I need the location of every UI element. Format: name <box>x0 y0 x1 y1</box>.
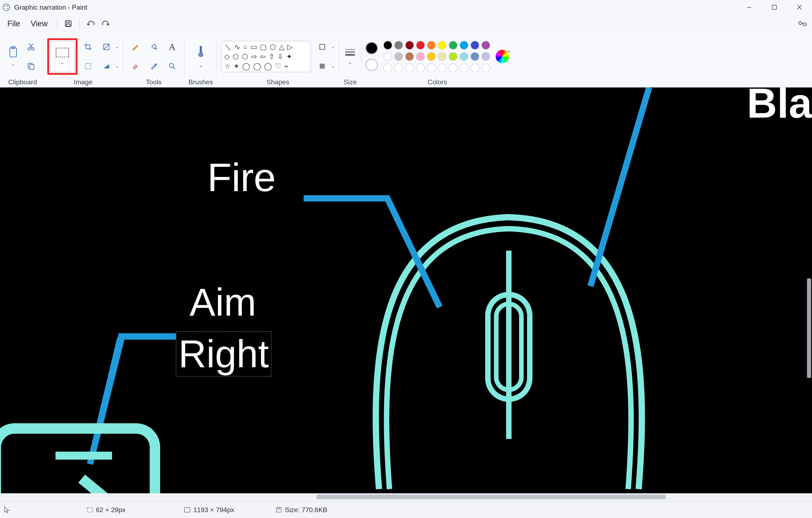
color-swatch[interactable] <box>427 41 436 50</box>
svg-point-13 <box>803 22 807 26</box>
svg-rect-22 <box>30 64 34 69</box>
menu-file[interactable]: File <box>2 19 25 28</box>
color-swatch[interactable] <box>383 63 392 72</box>
menu-view[interactable]: View <box>25 19 53 28</box>
color-swatch[interactable] <box>470 63 479 72</box>
canvas-label-fire: Fire <box>207 154 276 200</box>
save-button[interactable] <box>61 16 76 31</box>
selection-icon <box>87 507 93 513</box>
settings-button[interactable] <box>792 13 812 34</box>
select-tool[interactable]: ⌄ <box>50 41 75 72</box>
color-2[interactable] <box>366 59 378 71</box>
color-swatch[interactable] <box>449 41 458 50</box>
color-swatch[interactable] <box>438 52 446 61</box>
color-swatch[interactable] <box>470 41 479 50</box>
horizontal-scrollbar[interactable] <box>0 493 812 501</box>
resize-button[interactable]: ⌄ <box>98 38 119 55</box>
shape-row: ＼∿○▭▢⬠△▷ <box>224 43 308 51</box>
color-swatch[interactable] <box>416 52 425 61</box>
shape-outline-button[interactable]: ⌄ <box>314 38 335 55</box>
canvas[interactable]: Fire Aim Right Bla <box>0 88 812 493</box>
group-brushes: ⌄ Brushes <box>185 34 217 87</box>
chevron-down-icon: ⌄ <box>348 59 352 65</box>
window-title: Graphic narration - Paint <box>14 4 87 11</box>
close-button[interactable] <box>787 0 812 14</box>
color-swatch[interactable] <box>416 63 425 72</box>
group-colors: Colors <box>361 34 513 87</box>
rotate-button[interactable]: ⌄ <box>98 58 119 74</box>
color-swatch[interactable] <box>460 41 468 50</box>
color-swatch[interactable] <box>427 52 436 61</box>
svg-rect-10 <box>66 21 69 23</box>
pencil-tool[interactable] <box>127 38 144 55</box>
scrollbar-thumb[interactable] <box>317 494 666 499</box>
color-swatches <box>383 41 490 72</box>
group-label: Size <box>344 77 356 87</box>
magnifier-tool[interactable] <box>164 58 180 74</box>
maximize-button[interactable] <box>762 0 787 14</box>
color-picker-tool[interactable] <box>145 58 162 74</box>
canvas-drawing <box>0 88 812 493</box>
vertical-scrollbar[interactable] <box>804 88 812 485</box>
group-label: Shapes <box>266 77 289 87</box>
separator <box>79 19 80 29</box>
color-swatch[interactable] <box>405 52 414 61</box>
svg-point-27 <box>155 48 157 50</box>
color-swatch[interactable] <box>438 41 446 50</box>
window-controls <box>736 0 812 14</box>
color-swatch[interactable] <box>460 63 468 72</box>
svg-point-29 <box>169 63 174 68</box>
color-swatch[interactable] <box>405 63 414 72</box>
minimize-button[interactable] <box>736 0 762 14</box>
edit-colors-button[interactable] <box>496 50 509 63</box>
color-swatch[interactable] <box>449 63 458 72</box>
cut-button[interactable] <box>23 38 39 55</box>
color-swatch[interactable] <box>383 41 392 50</box>
color-swatch[interactable] <box>470 52 479 61</box>
disk-icon <box>276 507 282 513</box>
svg-line-24 <box>104 44 109 50</box>
undo-button[interactable] <box>84 16 98 31</box>
size-button[interactable]: ⌄ <box>343 38 357 75</box>
copy-button[interactable] <box>23 58 39 74</box>
svg-point-1 <box>4 5 6 7</box>
svg-rect-15 <box>10 48 17 57</box>
color-swatch[interactable] <box>482 52 490 61</box>
color-swatch[interactable] <box>427 63 436 72</box>
color-1[interactable] <box>366 42 378 54</box>
separator <box>57 19 57 29</box>
color-swatch[interactable] <box>449 52 458 61</box>
shape-fill-button[interactable]: ⌄ <box>314 58 335 74</box>
canvas-label-right: Right <box>176 331 271 376</box>
redo-button[interactable] <box>98 16 113 31</box>
color-swatch[interactable] <box>482 63 490 72</box>
brushes-button[interactable]: ⌄ <box>194 38 208 75</box>
group-label: Clipboard <box>8 77 37 87</box>
color-swatch[interactable] <box>416 41 425 50</box>
shape-row: ◇⬠⬡⇨⇦⇧⇩✦ <box>224 53 308 60</box>
color-swatch[interactable] <box>482 41 490 50</box>
group-label: Image <box>74 77 92 87</box>
svg-rect-6 <box>772 5 776 9</box>
fill-tool[interactable] <box>145 38 162 55</box>
color-swatch[interactable] <box>460 52 468 61</box>
freeform-select-button[interactable] <box>80 58 96 74</box>
cursor-position <box>4 506 9 513</box>
color-swatch[interactable] <box>394 41 403 50</box>
color-swatch[interactable] <box>394 52 403 61</box>
scrollbar-thumb[interactable] <box>807 278 811 378</box>
shapes-gallery[interactable]: ＼∿○▭▢⬠△▷ ◇⬠⬡⇨⇦⇧⇩✦ ☆✶◯◯◯♡⌁ <box>221 41 311 72</box>
svg-point-12 <box>799 21 802 25</box>
titlebar: Graphic narration - Paint <box>0 0 812 14</box>
color-swatch[interactable] <box>394 63 403 72</box>
eraser-tool[interactable] <box>127 58 144 74</box>
svg-point-18 <box>32 48 34 50</box>
chevron-down-icon: ⌄ <box>115 63 119 69</box>
svg-point-4 <box>7 8 8 9</box>
text-tool[interactable]: A <box>164 38 180 55</box>
color-swatch[interactable] <box>438 63 446 72</box>
paste-button[interactable]: ⌄ <box>6 38 21 75</box>
color-swatch[interactable] <box>405 41 414 50</box>
crop-button[interactable] <box>80 38 96 55</box>
color-swatch[interactable] <box>383 52 392 61</box>
